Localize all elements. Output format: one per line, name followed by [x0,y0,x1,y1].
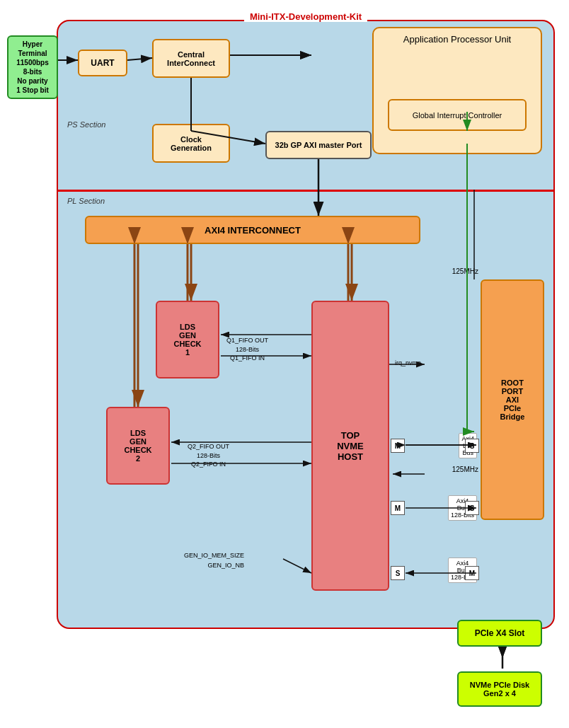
nvme-host-label: TOPNVMEHOST [337,430,364,462]
pcie-slot-box: PCIe X4 Slot [457,620,542,647]
gp-axi-box: 32b GP AXI master Port [265,131,372,159]
axi4-interconnect-box: AXI4 INTERCONNECT [85,216,420,244]
connector-m3: M [465,566,479,580]
apu-box: Application Processor Unit Global Interr… [372,27,542,154]
connector-s3: S [391,566,405,580]
lds1-box: LDSGENCHECK1 [156,301,219,379]
mini-itx-label: Mini-ITX-Development-Kit [244,11,367,22]
diagram-area: Mini-ITX-Development-Kit HyperTerminal11… [7,7,562,721]
gic-label: Global Interrupt Controller [413,111,502,120]
clock-gen-box: ClockGeneration [152,124,230,163]
apu-label: Application Processor Unit [374,34,541,45]
lds2-box: LDSGENCHECK2 [106,407,170,485]
nvme-host-box: TOPNVMEHOST [311,301,389,591]
uart-label: UART [91,58,114,68]
gen-io-label: GEN_IO_MEM_SIZEGEN_IO_NB [184,550,244,571]
lds2-label: LDSGENCHECK2 [124,429,151,463]
mhz-label-axi4: 125MHz [452,466,478,473]
axi4-interconnect-label: AXI4 INTERCONNECT [205,225,301,236]
irq-label: irq_nvme [395,359,421,366]
root-port-label: ROOTPORTAXIPCIeBridge [500,379,525,421]
gic-box: Global Interrupt Controller [388,99,527,131]
pl-section-label: PL Section [67,197,105,205]
uart-box: UART [78,50,127,76]
fifo2-label: Q2_FIFO OUT128-BitsQ2_FIFO IN [188,442,229,469]
hyper-terminal-box: HyperTerminal11500bps8-bitsNo parity1 St… [7,35,58,99]
central-ic-label: CentralInterConnect [167,50,215,67]
ps-pl-divider [58,190,553,192]
connector-s2: S [465,501,479,515]
nvme-disk-label: NVMe PCIe DiskGen2 x 4 [470,681,529,698]
connector-m2: M [391,501,405,515]
lds1-label: LDSGENCHECK1 [173,323,201,357]
mhz-label-right: 125MHz [452,267,478,275]
central-ic-box: CentralInterConnect [152,39,230,78]
pcie-slot-label: PCIe X4 Slot [475,628,525,638]
page: Mini-ITX-Development-Kit HyperTerminal11… [0,0,569,728]
hyper-terminal-text: HyperTerminal11500bps8-bitsNo parity1 St… [16,40,49,94]
connector-s1: S [465,439,479,453]
fifo1-label: Q1_FIFO OUT128-BitsQ1_FIFO IN [226,336,268,363]
connector-m1: M [391,439,405,453]
clock-gen-label: ClockGeneration [171,135,212,152]
nvme-disk-box: NVMe PCIe DiskGen2 x 4 [457,671,542,707]
root-port-box: ROOTPORTAXIPCIeBridge [481,279,544,520]
gp-axi-label: 32b GP AXI master Port [275,141,362,149]
ps-section-label: PS Section [67,120,105,129]
